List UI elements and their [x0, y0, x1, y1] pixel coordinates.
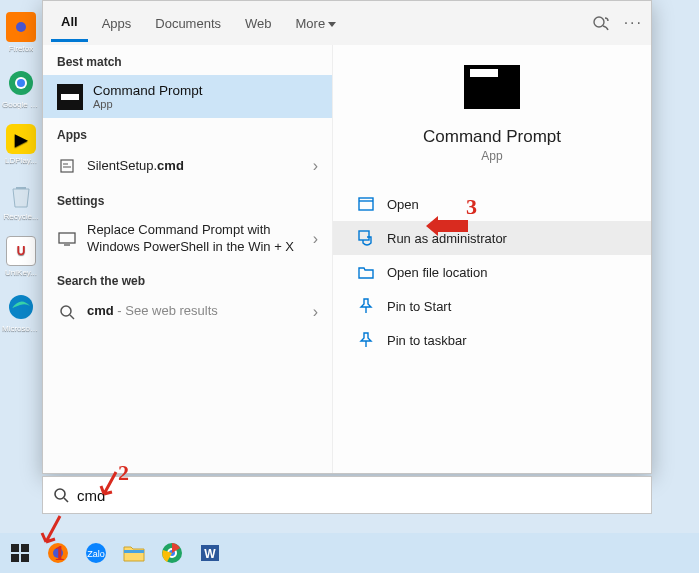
svg-rect-8 [59, 233, 75, 243]
apps-result-label: SilentSetup.cmd [87, 158, 303, 175]
chevron-down-icon [328, 22, 336, 27]
desktop-icon-label: UniKey... [5, 268, 37, 277]
script-file-icon [57, 156, 77, 176]
feedback-icon[interactable] [592, 14, 610, 32]
desktop-icon-label: Google Chrome [2, 100, 40, 109]
desktop-icon-edge[interactable]: Microsoft Edge [2, 292, 40, 340]
web-result-label: cmd - See web results [87, 303, 303, 320]
svg-rect-13 [11, 544, 19, 552]
action-label: Run as administrator [387, 231, 507, 246]
search-tabs: All Apps Documents Web More ··· [43, 1, 651, 45]
results-left-column: Best match Command Prompt App Apps Silen… [43, 45, 333, 473]
desktop-icon-firefox[interactable]: Firefox [2, 12, 40, 60]
action-open-file-location[interactable]: Open file location [333, 255, 651, 289]
best-match-title: Command Prompt [93, 83, 203, 98]
admin-shield-icon [357, 229, 375, 247]
taskbar-firefox[interactable] [44, 539, 72, 567]
settings-result-replace-cmd[interactable]: Replace Command Prompt with Windows Powe… [43, 214, 332, 264]
tab-more[interactable]: More [286, 6, 347, 41]
svg-rect-7 [61, 160, 73, 172]
more-options-icon[interactable]: ··· [624, 14, 643, 32]
svg-rect-21 [124, 550, 144, 553]
svg-text:Zalo: Zalo [87, 549, 105, 559]
tab-apps[interactable]: Apps [92, 6, 142, 41]
apps-result-silentsetup[interactable]: SilentSetup.cmd › [43, 148, 332, 184]
section-apps: Apps [43, 118, 332, 148]
tab-all[interactable]: All [51, 4, 88, 42]
folder-icon [357, 263, 375, 281]
desktop-icon-label: Recycle... [3, 212, 38, 221]
pin-start-icon [357, 297, 375, 315]
action-open[interactable]: Open [333, 187, 651, 221]
svg-rect-11 [359, 231, 369, 240]
action-label: Open [387, 197, 419, 212]
taskbar-zalo[interactable]: Zalo [82, 539, 110, 567]
desktop-icon-chrome[interactable]: Google Chrome [2, 68, 40, 116]
svg-point-6 [594, 17, 604, 27]
detail-type: App [481, 149, 502, 163]
action-label: Pin to Start [387, 299, 451, 314]
chevron-right-icon: › [313, 303, 318, 321]
pin-taskbar-icon [357, 331, 375, 349]
monitor-icon [57, 229, 77, 249]
chevron-right-icon: › [313, 230, 318, 248]
action-pin-to-taskbar[interactable]: Pin to taskbar [333, 323, 651, 357]
section-best-match: Best match [43, 45, 332, 75]
start-button[interactable] [6, 539, 34, 567]
desktop-icon-label: LDPlay... [5, 156, 37, 165]
svg-point-4 [17, 79, 25, 87]
svg-point-1 [16, 22, 26, 32]
search-box[interactable] [42, 476, 652, 514]
search-input[interactable] [77, 487, 641, 504]
action-label: Pin to taskbar [387, 333, 467, 348]
search-icon [53, 487, 69, 503]
detail-actions: Open Run as administrator Open file loca… [333, 187, 651, 357]
svg-point-5 [9, 295, 33, 319]
desktop-icon-column: Firefox Google Chrome ▶LDPlay... Recycle… [0, 0, 42, 530]
desktop-icon-unikey[interactable]: UUniKey... [2, 236, 40, 284]
web-result-cmd[interactable]: cmd - See web results › [43, 294, 332, 330]
open-icon [357, 195, 375, 213]
desktop-icon-label: Firefox [9, 44, 33, 53]
action-label: Open file location [387, 265, 487, 280]
search-icon [57, 302, 77, 322]
action-pin-to-start[interactable]: Pin to Start [333, 289, 651, 323]
svg-rect-10 [359, 198, 373, 210]
taskbar-explorer[interactable] [120, 539, 148, 567]
taskbar-chrome[interactable] [158, 539, 186, 567]
best-match-item[interactable]: Command Prompt App [43, 75, 332, 118]
desktop-icon-label: Microsoft Edge [2, 324, 40, 333]
desktop-icon-ldplayer[interactable]: ▶LDPlay... [2, 124, 40, 172]
best-match-subtitle: App [93, 98, 203, 110]
action-run-as-admin[interactable]: Run as administrator [333, 221, 651, 255]
section-search-web: Search the web [43, 264, 332, 294]
desktop-icon-recycle[interactable]: Recycle... [2, 180, 40, 228]
svg-point-18 [53, 548, 63, 558]
tab-documents[interactable]: Documents [145, 6, 231, 41]
taskbar: Zalo W [0, 533, 699, 573]
svg-rect-16 [21, 554, 29, 562]
svg-point-12 [55, 489, 65, 499]
chevron-right-icon: › [313, 157, 318, 175]
svg-point-9 [61, 306, 71, 316]
svg-rect-15 [11, 554, 19, 562]
tab-web[interactable]: Web [235, 6, 282, 41]
svg-text:W: W [204, 547, 216, 561]
section-settings: Settings [43, 184, 332, 214]
tab-more-label: More [296, 16, 326, 31]
result-detail-pane: Command Prompt App Open Run as administr… [333, 45, 651, 473]
settings-result-label: Replace Command Prompt with Windows Powe… [87, 222, 303, 256]
svg-rect-14 [21, 544, 29, 552]
cmd-large-icon [464, 65, 520, 109]
taskbar-word[interactable]: W [196, 539, 224, 567]
start-search-panel: All Apps Documents Web More ··· Best mat… [42, 0, 652, 474]
detail-title: Command Prompt [423, 127, 561, 147]
cmd-thumbnail-icon [57, 84, 83, 110]
